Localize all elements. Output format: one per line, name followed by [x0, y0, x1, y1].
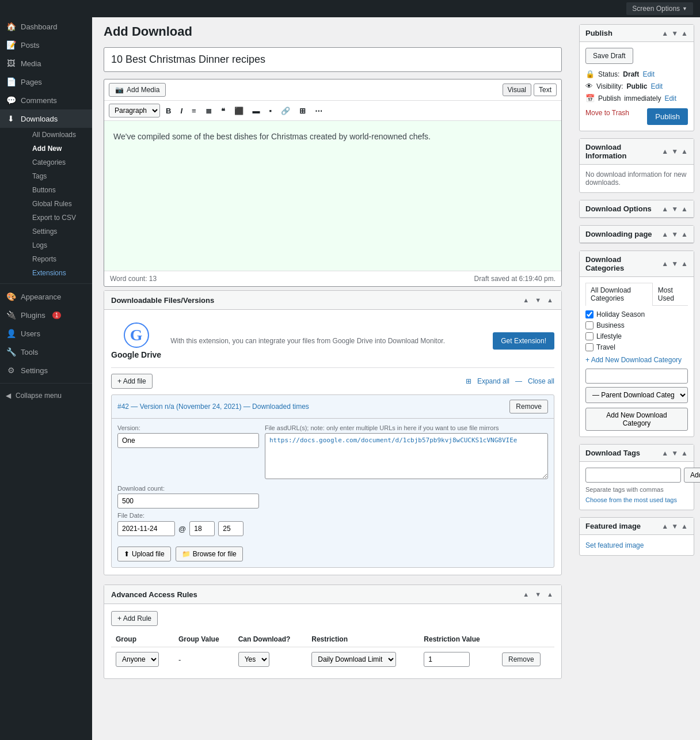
options-panel-up[interactable]: ▲ — [661, 205, 668, 213]
file-hour-input[interactable] — [189, 521, 215, 536]
post-title-input[interactable] — [104, 47, 562, 72]
parent-category-select[interactable]: — Parent Download Category — — [585, 387, 688, 403]
cat-panel-toggle[interactable]: ▲ — [681, 260, 688, 268]
new-category-input[interactable] — [585, 369, 688, 384]
add-tag-button[interactable]: Add — [684, 468, 700, 483]
blockquote-button[interactable]: ❝ — [218, 104, 229, 117]
publish-panel-toggle[interactable]: ▲ — [681, 29, 688, 37]
url-textarea[interactable]: https://docs.google.com/document/d/1cbjb… — [265, 433, 548, 479]
add-new-category-link[interactable]: + Add New Download Category — [585, 356, 688, 364]
sidebar-sub-all-downloads[interactable]: All Downloads — [16, 128, 92, 142]
link-button[interactable]: 🔗 — [277, 104, 294, 117]
add-file-button[interactable]: + Add file — [111, 374, 153, 389]
screen-options-button[interactable]: Screen Options — [626, 2, 693, 15]
align-right-button[interactable]: ▪ — [266, 104, 276, 117]
publish-panel-up[interactable]: ▲ — [661, 29, 668, 37]
sidebar-sub-extensions[interactable]: Extensions — [16, 266, 92, 280]
sidebar-item-settings[interactable]: ⚙ Settings — [0, 361, 92, 380]
table-button[interactable]: ⊞ — [296, 104, 309, 117]
visibility-edit-link[interactable]: Edit — [650, 82, 663, 90]
editor-body[interactable]: We've compiled some of the best dishes f… — [104, 121, 561, 271]
options-panel-down[interactable]: ▼ — [671, 205, 678, 213]
cat-panel-up[interactable]: ▲ — [661, 260, 668, 268]
upload-file-button[interactable]: ⬆ Upload file — [117, 547, 171, 561]
bold-button[interactable]: B — [162, 104, 174, 117]
cat-panel-down[interactable]: ▼ — [671, 260, 678, 268]
sidebar-item-appearance[interactable]: 🎨 Appearance — [0, 287, 92, 306]
sidebar-item-tools[interactable]: 🔧 Tools — [0, 343, 92, 361]
files-panel-toggle[interactable]: ▲ — [546, 295, 554, 305]
downloading-page-toggle[interactable]: ▲ — [681, 230, 688, 238]
italic-button[interactable]: I — [177, 104, 186, 117]
file-date-input[interactable] — [117, 521, 175, 536]
downloading-page-down[interactable]: ▼ — [671, 230, 678, 238]
options-panel-toggle[interactable]: ▲ — [681, 205, 688, 213]
featured-image-up[interactable]: ▲ — [661, 522, 668, 530]
featured-image-down[interactable]: ▼ — [671, 522, 678, 530]
unordered-list-button[interactable]: ≡ — [188, 104, 200, 117]
downloading-page-up[interactable]: ▲ — [661, 230, 668, 238]
visual-tab[interactable]: Visual — [503, 84, 531, 96]
sidebar-sub-logs[interactable]: Logs — [16, 238, 92, 252]
choose-from-most-used-link[interactable]: Choose from the most used tags — [585, 496, 677, 503]
publish-button[interactable]: Publish — [647, 108, 688, 125]
category-checkbox-travel[interactable] — [585, 343, 594, 351]
publish-panel-down[interactable]: ▼ — [671, 29, 678, 37]
sidebar-item-downloads[interactable]: ⬇ Downloads — [0, 109, 92, 128]
category-checkbox-business[interactable] — [585, 321, 594, 329]
close-all-link[interactable]: Close all — [528, 377, 554, 385]
tags-panel-down[interactable]: ▼ — [671, 449, 678, 457]
move-to-trash-link[interactable]: Move to Trash — [585, 109, 629, 117]
set-featured-image-link[interactable]: Set featured image — [585, 541, 644, 549]
sidebar-item-plugins[interactable]: 🔌 Plugins 1 — [0, 306, 92, 324]
featured-image-toggle[interactable]: ▲ — [681, 522, 688, 530]
access-panel-down[interactable]: ▼ — [534, 590, 542, 599]
files-panel-up[interactable]: ▲ — [522, 295, 530, 305]
tags-panel-toggle[interactable]: ▲ — [681, 449, 688, 457]
sidebar-sub-global-rules[interactable]: Global Rules — [16, 197, 92, 211]
sidebar-item-media[interactable]: 🖼 Media — [0, 54, 92, 73]
more-button[interactable]: ⋯ — [311, 104, 326, 117]
group-select[interactable]: Anyone — [116, 652, 159, 667]
tags-panel-up[interactable]: ▲ — [661, 449, 668, 457]
text-tab[interactable]: Text — [534, 84, 557, 96]
sidebar-item-users[interactable]: 👤 Users — [0, 324, 92, 343]
paragraph-select[interactable]: Paragraph — [109, 104, 160, 117]
version-input[interactable] — [117, 433, 259, 448]
sidebar-sub-reports[interactable]: Reports — [16, 252, 92, 266]
add-category-button[interactable]: Add New Download Category — [585, 408, 688, 431]
sidebar-item-dashboard[interactable]: 🏠 Dashboard — [0, 17, 92, 36]
category-checkbox-holiday[interactable] — [585, 310, 594, 318]
restriction-value-input[interactable] — [424, 652, 470, 667]
sidebar-item-comments[interactable]: 💬 Comments — [0, 91, 92, 109]
files-panel-down[interactable]: ▼ — [534, 295, 542, 305]
tag-input[interactable] — [585, 468, 681, 483]
remove-rule-button[interactable]: Remove — [502, 652, 541, 666]
info-panel-down[interactable]: ▼ — [671, 147, 678, 155]
save-draft-button[interactable]: Save Draft — [585, 48, 633, 64]
publish-date-edit-link[interactable]: Edit — [664, 94, 676, 103]
sidebar-sub-categories[interactable]: Categories — [16, 155, 92, 169]
version-remove-button[interactable]: Remove — [509, 400, 548, 413]
access-panel-toggle[interactable]: ▲ — [546, 590, 554, 599]
sidebar-collapse-menu[interactable]: ◀ Collapse menu — [0, 387, 92, 404]
sidebar-sub-add-new[interactable]: Add New — [16, 142, 92, 155]
sidebar-item-pages[interactable]: 📄 Pages — [0, 73, 92, 91]
add-media-button[interactable]: 📷 Add Media — [109, 83, 166, 97]
ordered-list-button[interactable]: ≣ — [202, 104, 215, 117]
align-left-button[interactable]: ⬛ — [231, 104, 247, 117]
download-count-input[interactable] — [117, 494, 259, 508]
sidebar-sub-tags[interactable]: Tags — [16, 169, 92, 183]
sidebar-sub-buttons[interactable]: Buttons — [16, 183, 92, 197]
restriction-select[interactable]: Daily Download Limit — [311, 652, 396, 667]
access-panel-up[interactable]: ▲ — [522, 590, 530, 599]
sidebar-sub-export-csv[interactable]: Export to CSV — [16, 211, 92, 225]
info-panel-toggle[interactable]: ▲ — [681, 147, 688, 155]
can-download-select[interactable]: Yes — [238, 652, 269, 667]
browse-file-button[interactable]: 📁 Browse for file — [176, 547, 243, 561]
tab-all-categories[interactable]: All Download Categories — [585, 283, 653, 306]
category-checkbox-lifestyle[interactable] — [585, 332, 594, 340]
add-rule-button[interactable]: + Add Rule — [111, 611, 158, 626]
align-center-button[interactable]: ▬ — [249, 104, 264, 117]
info-panel-up[interactable]: ▲ — [661, 147, 668, 155]
